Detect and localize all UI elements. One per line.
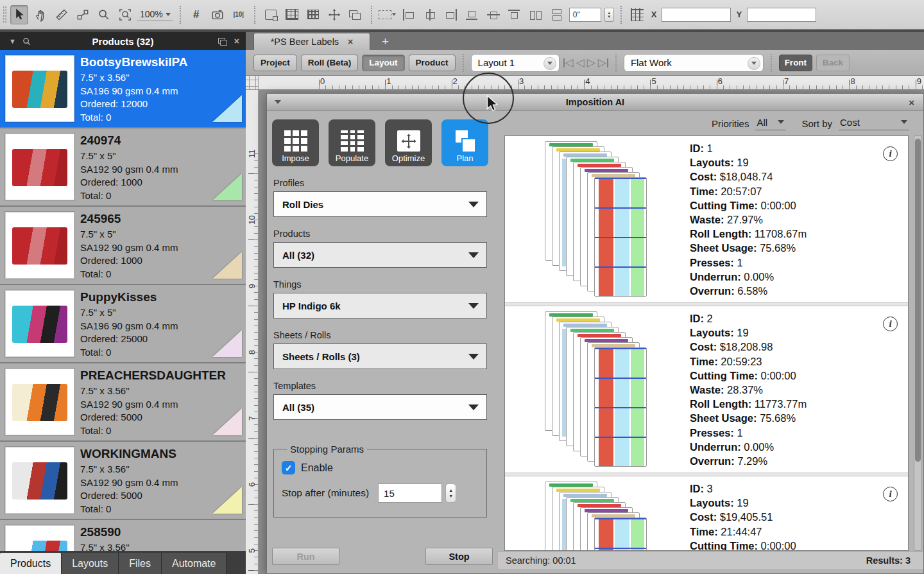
document-tab[interactable]: *PS Beer Labels ×: [253, 33, 370, 50]
result-entry[interactable]: ID: 1Layouts: 19Cost: $18,048.74Time: 20…: [505, 136, 908, 302]
things-select[interactable]: HP Indigo 6k: [273, 293, 487, 318]
y-coordinate-field[interactable]: [747, 8, 816, 22]
ruler-number: 10: [247, 215, 257, 225]
populate-mode-button[interactable]: Populate: [329, 119, 375, 166]
duplicate-tool-icon[interactable]: [346, 5, 364, 24]
profiles-select[interactable]: Roll Dies: [273, 191, 487, 217]
toolbar-drag-handle[interactable]: [3, 6, 7, 24]
product-list-item[interactable]: BootsyBrewskiIPA7.5" x 3.56"SA196 90 gsm…: [0, 50, 246, 127]
priorities-select[interactable]: All: [755, 117, 786, 130]
align-bottom-icon[interactable]: [463, 5, 481, 24]
grid-small-icon[interactable]: [304, 5, 322, 24]
new-tab-button[interactable]: +: [382, 33, 389, 50]
project-view-button[interactable]: Project: [253, 55, 297, 71]
first-layout-icon[interactable]: ◁: [563, 56, 574, 69]
layout-select[interactable]: Layout 1: [471, 54, 560, 72]
layout-view-button[interactable]: Layout: [362, 55, 404, 71]
plan-mode-button[interactable]: Plan: [441, 119, 488, 166]
results-scrollbar[interactable]: [914, 135, 922, 551]
zoom-tool-icon[interactable]: [95, 5, 113, 24]
close-panel-icon[interactable]: ×: [234, 36, 239, 46]
align-center-v-icon[interactable]: [484, 5, 502, 24]
stop-after-input[interactable]: 15: [378, 483, 442, 503]
grid-large-icon[interactable]: [283, 5, 301, 24]
zoom-fit-icon[interactable]: [116, 5, 134, 24]
sidebar-tab-layouts[interactable]: Layouts: [62, 553, 119, 574]
product-list-item[interactable]: 2585907.5" x 3.56": [0, 520, 246, 551]
product-list-item[interactable]: 2409747.5" x 5"SA192 90 gsm 0.4 mmOrdere…: [0, 128, 246, 205]
result-details: ID: 1Layouts: 19Cost: $18,048.74Time: 20…: [690, 141, 882, 298]
offset-input[interactable]: 0": [569, 8, 601, 22]
toolbar-separator: [615, 54, 617, 72]
scrollbar-thumb[interactable]: [915, 139, 921, 462]
product-view-button[interactable]: Product: [409, 55, 456, 71]
expand-tool-icon[interactable]: [325, 5, 343, 24]
close-dialog-icon[interactable]: ×: [909, 97, 914, 108]
ruler-number: 0: [320, 76, 325, 86]
product-name: PuppyKisses: [80, 290, 244, 304]
sidebar-tab-files[interactable]: Files: [119, 553, 162, 574]
offset-stepper[interactable]: ▲▼: [604, 8, 614, 22]
impose-mode-button[interactable]: Impose: [272, 119, 319, 166]
sidebar-tab-automate[interactable]: Automate: [162, 553, 227, 574]
next-layout-icon[interactable]: ▷: [587, 56, 595, 69]
distribute-v-icon[interactable]: [548, 5, 566, 24]
products-select[interactable]: All (32): [273, 242, 487, 268]
chevron-down-icon: [468, 202, 479, 207]
snap-grid-icon[interactable]: #: [187, 5, 205, 24]
run-button[interactable]: Run: [272, 548, 339, 565]
align-shape: [466, 9, 479, 21]
info-icon[interactable]: i: [883, 317, 898, 331]
dimensions-icon[interactable]: |10|: [230, 5, 248, 24]
align-center-h-icon[interactable]: [421, 5, 439, 24]
align-right-icon[interactable]: [442, 5, 460, 24]
back-side-button[interactable]: Back: [816, 55, 850, 71]
last-layout-icon[interactable]: ▷: [598, 56, 608, 69]
stop-button[interactable]: Stop: [425, 548, 493, 565]
product-list-item[interactable]: 2459657.5" x 5"SA192 90 gsm 0.4 mmOrdere…: [0, 207, 246, 284]
distribute-h-icon[interactable]: [527, 5, 545, 24]
product-list-item[interactable]: PuppyKisses7.5" x 5"SA196 90 gsm 0.4 mmO…: [0, 285, 246, 362]
grid-settings-icon[interactable]: [628, 5, 646, 24]
select-tool-icon[interactable]: [10, 5, 28, 24]
sheets-rolls-select[interactable]: Sheets / Rolls (3): [273, 344, 487, 369]
zoom-level-value: 100%: [140, 9, 163, 19]
sidebar-tab-products[interactable]: Products: [0, 553, 62, 574]
frame-tool-icon[interactable]: [262, 5, 280, 24]
float-panel-icon[interactable]: [218, 38, 227, 44]
zoom-level-select[interactable]: 100%: [137, 8, 173, 21]
previous-layout-icon[interactable]: ◁: [576, 56, 585, 69]
align-left-icon[interactable]: [400, 5, 418, 24]
result-entry[interactable]: ID: 2Layouts: 19Cost: $18,208.98Time: 20…: [505, 306, 908, 473]
thumbnail-view-icon[interactable]: [209, 5, 227, 24]
close-tab-icon[interactable]: ×: [348, 37, 353, 47]
toolbar-separator: [254, 6, 255, 24]
node-tool-icon[interactable]: [74, 5, 92, 24]
product-thumbnail: [5, 447, 74, 514]
pan-tool-icon[interactable]: [31, 5, 49, 24]
align-top-icon[interactable]: [506, 5, 524, 24]
front-side-button[interactable]: Front: [779, 55, 812, 71]
info-icon[interactable]: i: [883, 146, 898, 161]
product-info: 2585907.5" x 3.56": [80, 525, 244, 551]
stop-after-stepper[interactable]: ▲▼: [445, 483, 456, 503]
enable-checkbox[interactable]: ✓: [282, 461, 295, 474]
surface-select[interactable]: Flat Work: [624, 54, 764, 72]
marquee-style-icon[interactable]: [379, 5, 397, 24]
info-icon[interactable]: i: [883, 487, 898, 501]
x-coordinate-field[interactable]: [662, 8, 731, 22]
roll-view-button[interactable]: Roll (Beta): [301, 55, 359, 71]
align-shape: [424, 9, 436, 21]
measure-tool-icon[interactable]: [53, 5, 71, 24]
dialog-titlebar[interactable]: Imposition AI ×: [267, 94, 923, 111]
plan-icon: [454, 130, 477, 152]
sort-by-select[interactable]: Cost: [839, 117, 909, 130]
corner-proof-triangle: [212, 408, 242, 435]
result-field: Layouts: 19: [690, 326, 882, 340]
optimize-mode-button[interactable]: Optimize: [385, 119, 432, 166]
result-entry[interactable]: ID: 3Layouts: 19Cost: $19,405.51Time: 21…: [505, 476, 908, 551]
templates-select[interactable]: All (35): [273, 394, 487, 420]
product-list-item[interactable]: WORKINGMANS7.5" x 3.56"SA192 90 gsm 0.4 …: [0, 442, 246, 519]
chevron-down-icon: [468, 404, 479, 410]
product-list-item[interactable]: PREACHERSDAUGHTER7.5" x 3.56"SA192 90 gs…: [0, 363, 246, 440]
